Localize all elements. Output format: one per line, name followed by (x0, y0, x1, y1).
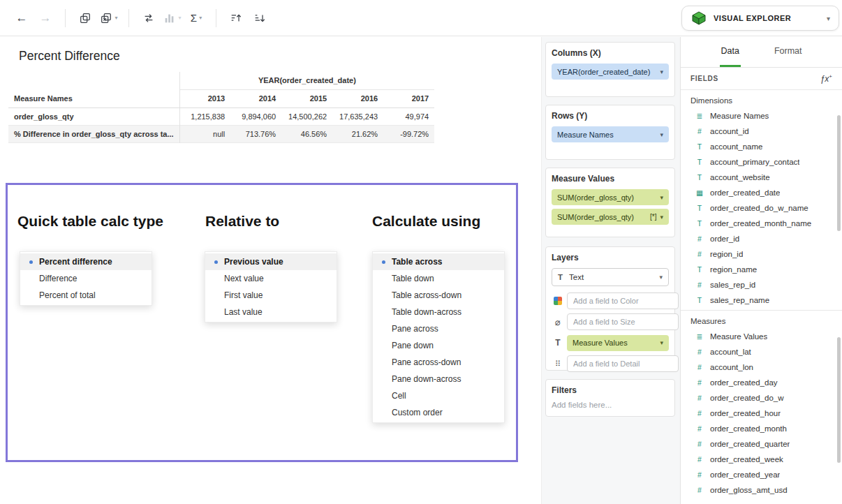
visual-explorer-button[interactable]: VISUAL EXPLORER ▾ (681, 6, 839, 31)
menu-option[interactable]: Table down (373, 270, 504, 287)
field-item[interactable]: region_name (681, 262, 842, 277)
field-item[interactable]: account_website (681, 170, 842, 185)
field-item[interactable]: order_created_quarter (681, 436, 842, 452)
menu-option[interactable]: Pane down-across (373, 371, 504, 387)
filters-placeholder: Add fields here... (552, 401, 669, 409)
add-formula-button[interactable]: ƒx+ (820, 73, 832, 84)
sort-ascending-icon (230, 12, 242, 24)
menu-option[interactable]: Next value (205, 270, 337, 287)
tab-format[interactable]: Format (773, 37, 804, 67)
field-item[interactable]: order_created_do_w (681, 390, 842, 406)
menu-option[interactable]: Pane across (373, 320, 504, 337)
selected-bullet-icon (29, 294, 33, 297)
selected-bullet-icon (214, 260, 218, 264)
field-item[interactable]: order_created_day (681, 375, 842, 390)
remove-copy-button[interactable]: ▾ (97, 6, 121, 30)
field-type-icon (695, 158, 704, 166)
field-name: account_lat (710, 348, 751, 356)
selected-bullet-icon (29, 277, 33, 281)
table-cell: 49,974 (383, 108, 434, 125)
selected-bullet-icon (29, 260, 33, 264)
calc-type-heading: Quick table calc type (17, 213, 163, 230)
calculate-using-menu: Table across Table down Table across-dow… (372, 251, 505, 423)
field-type-icon (695, 265, 704, 274)
text-field-pill[interactable]: Measure Values ▾ (567, 335, 669, 351)
calc-menus-region: Quick table calc type Relative to Calcul… (6, 183, 518, 462)
menu-option[interactable]: Cell (373, 387, 504, 404)
field-item[interactable]: account_lat (681, 344, 842, 360)
field-item[interactable]: order_created_hour (681, 406, 842, 421)
rows-pills: Measure Names ▾ (552, 126, 669, 142)
chart-type-button[interactable]: ▾ (161, 6, 184, 30)
menu-option[interactable]: Custom order (373, 404, 504, 421)
field-item[interactable]: region_id (681, 246, 842, 262)
chevron-down-icon: ▾ (827, 15, 830, 22)
field-item[interactable]: order_created_date (681, 185, 842, 200)
menu-option[interactable]: Percent difference (20, 253, 152, 270)
chevron-down-icon: ▾ (178, 15, 181, 21)
table-cell: 17,635,243 (332, 108, 383, 125)
field-item[interactable]: account_lon (681, 360, 842, 375)
back-button[interactable]: ← (10, 6, 34, 30)
dimensions-scrollbar[interactable] (837, 115, 841, 231)
menu-option[interactable]: Table across (373, 253, 504, 270)
sort-descending-button[interactable] (248, 6, 272, 30)
menu-option[interactable]: Pane down (373, 337, 504, 354)
field-item[interactable]: account_id (681, 124, 842, 139)
field-pill[interactable]: YEAR(order_created_date) ▾ (552, 64, 669, 80)
forward-button[interactable]: → (34, 6, 57, 30)
measures-scrollbar[interactable] (837, 337, 841, 463)
row-label: order_gloss_qty (8, 108, 179, 125)
menu-option[interactable]: Table down-across (373, 304, 504, 320)
field-type-icon (695, 281, 704, 289)
filters-shelf[interactable]: Filters Add fields here... (545, 379, 675, 417)
field-item[interactable]: account_primary_contact (681, 154, 842, 170)
menu-option[interactable]: Pane across-down (373, 354, 504, 371)
selected-bullet-icon (382, 311, 385, 314)
menu-option[interactable]: Difference (20, 270, 152, 287)
aggregate-button[interactable]: Σ ▾ (184, 6, 208, 30)
pill-label: YEAR(order_created_date) (557, 68, 650, 76)
duplicate-button[interactable] (73, 6, 97, 30)
menu-option[interactable]: Percent of total (20, 287, 152, 304)
menu-option[interactable]: Last value (205, 304, 337, 320)
field-item[interactable]: Measure Names (681, 108, 842, 124)
chevron-down-icon: ▾ (115, 15, 117, 21)
field-item[interactable]: order_created_month_name (681, 216, 842, 231)
duplicate-icon (79, 12, 91, 24)
menu-option[interactable]: Previous value (205, 253, 337, 270)
field-pill[interactable]: SUM(order_gloss_qty) [*] ▾ (552, 209, 669, 225)
field-pill[interactable]: SUM(order_gloss_qty) ▾ (552, 189, 669, 205)
row-label: % Difference in order_gloss_qty across t… (8, 125, 179, 142)
field-item[interactable]: order_created_month (681, 421, 842, 436)
field-name: account_name (710, 142, 762, 151)
field-item[interactable]: order_created_do_w_name (681, 200, 842, 216)
menu-option[interactable]: Table across-down (373, 287, 504, 304)
field-item[interactable]: order_created_year (681, 467, 842, 482)
field-pill[interactable]: Measure Names ▾ (552, 126, 669, 142)
visual-explorer-label: VISUAL EXPLORER (714, 14, 791, 22)
color-field-input[interactable] (567, 292, 679, 309)
layer-type-select[interactable]: T Text ▾ (552, 268, 669, 286)
field-item[interactable]: Measure Values (681, 329, 842, 344)
selected-bullet-icon (382, 260, 385, 264)
field-item[interactable]: account_name (681, 139, 842, 154)
field-item[interactable]: sales_rep_name (681, 292, 842, 308)
size-field-input[interactable] (567, 313, 679, 330)
swap-axes-button[interactable] (137, 6, 161, 30)
field-item[interactable]: order_gloss_amt_usd (681, 482, 842, 498)
detail-field-input[interactable] (567, 355, 679, 372)
inspector-panel: Data Format FIELDS ƒx+ Dimensions Measur… (680, 37, 842, 504)
measure-values-label: Measure Values (552, 174, 669, 184)
field-item[interactable]: order_id (681, 231, 842, 246)
sort-ascending-button[interactable] (224, 6, 248, 30)
field-item[interactable]: order_created_week (681, 452, 842, 467)
table-header-row: Measure Names 2013 2014 2015 2016 2017 (8, 89, 434, 108)
measure-values-shelf: Measure Values SUM(order_gloss_qty) ▾ SU… (545, 168, 675, 237)
column-header: 2013 (179, 89, 230, 108)
menu-option[interactable]: First value (205, 287, 337, 304)
chevron-down-icon: ▾ (660, 131, 663, 138)
tab-data[interactable]: Data (720, 37, 741, 67)
fields-title: FIELDS (690, 75, 718, 82)
field-item[interactable]: sales_rep_id (681, 277, 842, 292)
